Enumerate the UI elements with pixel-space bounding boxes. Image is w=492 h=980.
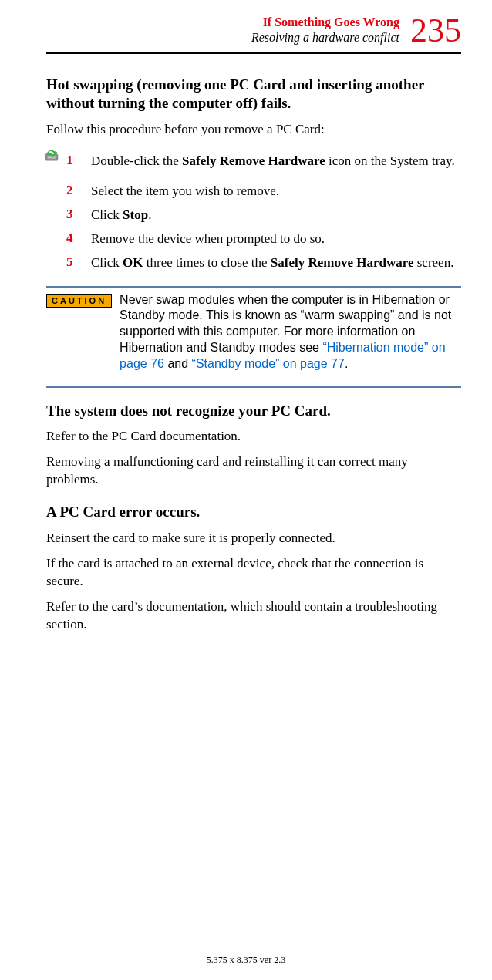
step-5-text: Click OK three times to close the Safely… [91, 254, 461, 272]
step-3-pre: Click [91, 207, 123, 222]
step-5-post: screen. [413, 255, 453, 270]
step-3-bold: Stop [123, 207, 148, 222]
section-title: Resolving a hardware conflict [251, 31, 399, 45]
step-3-num: 3 [66, 207, 77, 222]
step-5-bold1: OK [123, 255, 143, 270]
page: If Something Goes Wrong Resolving a hard… [0, 0, 492, 980]
content: Hot swapping (removing one PC Card and i… [46, 76, 461, 634]
step-1-row: 1 Double-click the Safely Remove Hardwar… [43, 146, 461, 177]
step-4-num: 4 [66, 231, 77, 246]
error-p2: If the card is attached to an external d… [46, 555, 461, 591]
hotswap-heading-text: Hot swapping (removing one PC Card and i… [46, 76, 424, 112]
caution-mid: and [164, 357, 192, 370]
caution-label: CAUTION [46, 294, 112, 308]
page-header: If Something Goes Wrong Resolving a hard… [46, 15, 461, 46]
header-titles: If Something Goes Wrong Resolving a hard… [251, 15, 399, 45]
step-1: 1 Double-click the Safely Remove Hardwar… [66, 153, 455, 170]
step-1-post: icon on the System tray. [325, 153, 455, 168]
step-2-text: Select the item you wish to remove. [91, 183, 461, 200]
safely-remove-hardware-icon [43, 148, 60, 165]
hotswap-intro: Follow this procedure before you remove … [46, 121, 461, 139]
caution-rule-bottom [46, 386, 461, 388]
step-5-bold2: Safely Remove Hardware [271, 255, 414, 270]
svg-rect-1 [48, 156, 56, 159]
step-2: 2 Select the item you wish to remove. [66, 183, 461, 200]
step-2-num: 2 [66, 183, 77, 198]
step-3: 3 Click Stop. [66, 207, 461, 224]
page-number: 235 [410, 15, 461, 46]
chapter-title: If Something Goes Wrong [251, 15, 399, 29]
step-4: 4 Remove the device when prompted to do … [66, 231, 461, 248]
step-5-num: 5 [66, 254, 77, 270]
not-recognize-heading-text: The system does not recognize your PC Ca… [46, 402, 327, 419]
step-5: 5 Click OK three times to close the Safe… [66, 254, 461, 272]
header-rule [46, 52, 461, 54]
footer-text: 5.375 x 8.375 ver 2.3 [0, 955, 492, 966]
caution-post: . [345, 357, 348, 370]
step-3-post: . [148, 207, 151, 222]
standby-link[interactable]: “Standby mode” on page 77 [192, 357, 345, 370]
caution-box: CAUTION Never swap modules when the comp… [46, 292, 461, 372]
caution-text: Never swap modules when the computer is … [120, 292, 461, 372]
error-p3: Refer to the card’s documentation, which… [46, 598, 461, 634]
step-1-num: 1 [66, 153, 77, 168]
not-recognize-heading: The system does not recognize your PC Ca… [46, 402, 461, 421]
not-recognize-p2: Removing a malfunctioning card and reins… [46, 453, 461, 489]
step-5-pre: Click [91, 255, 123, 270]
caution-rule-top [46, 286, 461, 288]
step-1-text: Double-click the Safely Remove Hardware … [91, 153, 455, 170]
step-5-mid: three times to close the [143, 255, 271, 270]
error-p1: Reinsert the card to make sure it is pro… [46, 530, 461, 547]
error-heading: A PC Card error occurs. [46, 503, 461, 522]
step-1-bold: Safely Remove Hardware [182, 153, 325, 168]
step-3-text: Click Stop. [91, 207, 461, 224]
hotswap-heading: Hot swapping (removing one PC Card and i… [46, 76, 461, 113]
step-4-text: Remove the device when prompted to do so… [91, 231, 461, 248]
not-recognize-p1: Refer to the PC Card documentation. [46, 428, 461, 446]
step-1-pre: Double-click the [91, 153, 182, 168]
